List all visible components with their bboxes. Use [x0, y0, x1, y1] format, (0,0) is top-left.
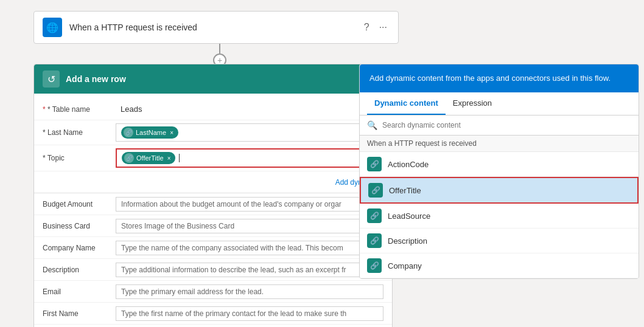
- last-name-token: 🔗 LastName ×: [121, 126, 178, 139]
- budget-amount-row: Budget Amount Information about the budg…: [34, 193, 392, 215]
- dynamic-item-label-1: OfferTitle: [389, 186, 421, 195]
- card-header: ↺ Add a new row: [34, 64, 392, 94]
- dynamic-item[interactable]: 🔗 OfferTitle: [360, 177, 639, 204]
- dynamic-item[interactable]: 🔗 Company: [360, 253, 639, 278]
- add-dynamic-row: Add dynamic...: [34, 171, 392, 193]
- company-name-row: Company Name Type the name of the compan…: [34, 237, 392, 259]
- dynamic-item[interactable]: 🔗 Description: [360, 229, 639, 253]
- dynamic-item-icon-1: 🔗: [368, 183, 383, 198]
- table-name-row: * Table name Leads: [34, 98, 392, 120]
- tab-expression[interactable]: Expression: [446, 92, 499, 115]
- tab-dynamic-content[interactable]: Dynamic content: [367, 92, 446, 115]
- panel-header: Add dynamic content from the apps and co…: [360, 64, 639, 92]
- section-header: When a HTTP request is received: [360, 136, 639, 152]
- dynamic-item-icon-0: 🔗: [367, 157, 382, 171]
- table-name-value: Leads: [116, 102, 383, 116]
- panel-tabs: Dynamic content Expression: [360, 92, 639, 115]
- form-body: * Table name Leads * Last Name 🔗 LastNam…: [34, 94, 392, 327]
- help-icon[interactable]: ?: [362, 19, 372, 35]
- dynamic-item-label-4: Company: [388, 261, 422, 270]
- last-name-token-label: LastName: [136, 129, 166, 136]
- http-card-icon: 🌐: [43, 18, 62, 37]
- search-icon: 🔍: [367, 120, 377, 130]
- topic-token: 🔗 OfferTitle ×: [122, 152, 175, 164]
- search-box: 🔍: [360, 115, 639, 136]
- company-name-value[interactable]: Type the name of the company associated …: [116, 241, 383, 255]
- budget-amount-value[interactable]: Information about the budget amount of t…: [116, 197, 383, 212]
- dynamic-item-icon-3: 🔗: [367, 233, 382, 248]
- dynamic-item-icon-4: 🔗: [367, 258, 382, 273]
- more-options-icon[interactable]: ···: [377, 19, 390, 35]
- dynamic-item-label-0: ActionCode: [388, 160, 429, 169]
- dynamic-item-label-3: Description: [388, 236, 427, 246]
- text-cursor: [179, 154, 180, 162]
- business-card-row: Business Card Stores Image of the Busine…: [34, 215, 392, 237]
- topic-row: * Topic 🔗 OfferTitle ×: [34, 145, 392, 171]
- description-label: Description: [43, 266, 116, 274]
- http-card-actions: ? ···: [362, 19, 390, 35]
- dynamic-items-list: 🔗 ActionCode 🔗 OfferTitle 🔗 LeadSource 🔗…: [360, 152, 639, 278]
- card-header-icon: ↺: [43, 71, 60, 88]
- topic-token-remove[interactable]: ×: [167, 155, 171, 162]
- business-card-value[interactable]: Stores Image of the Business Card: [116, 219, 383, 233]
- dynamic-item[interactable]: 🔗 LeadSource: [360, 204, 639, 229]
- dynamic-item[interactable]: 🔗 ActionCode: [360, 152, 639, 177]
- table-name-label: * Table name: [43, 105, 116, 114]
- dynamic-items-scroll: When a HTTP request is received 🔗 Action…: [360, 136, 639, 278]
- last-name-token-remove[interactable]: ×: [170, 129, 173, 136]
- first-name-label: First Name: [43, 309, 116, 318]
- first-name-value[interactable]: Type the first name of the primary conta…: [116, 306, 383, 321]
- dynamic-item-label-2: LeadSource: [388, 212, 430, 221]
- email-row: Email Type the primary email address for…: [34, 281, 392, 303]
- add-new-row-card: ↺ Add a new row * Table name Leads * Las…: [33, 64, 393, 327]
- dynamic-item-icon-2: 🔗: [367, 208, 382, 223]
- job-title-row: Job Title Type the job title of the prim…: [34, 325, 392, 327]
- card-header-title: Add a new row: [66, 74, 126, 84]
- description-row: Description Type additional information …: [34, 259, 392, 281]
- search-input[interactable]: [382, 121, 631, 129]
- last-name-row: * Last Name 🔗 LastName ×: [34, 120, 392, 145]
- topic-token-icon: 🔗: [124, 153, 134, 163]
- topic-field[interactable]: 🔗 OfferTitle ×: [116, 148, 383, 168]
- first-name-row: First Name Type the first name of the pr…: [34, 303, 392, 325]
- last-name-token-icon: 🔗: [124, 128, 133, 137]
- business-card-label: Business Card: [43, 222, 116, 230]
- http-card-title: When a HTTP request is received: [69, 22, 354, 32]
- http-request-card: 🌐 When a HTTP request is received ? ···: [33, 11, 399, 44]
- last-name-field[interactable]: 🔗 LastName ×: [116, 123, 383, 142]
- budget-amount-label: Budget Amount: [43, 200, 116, 208]
- topic-label: * Topic: [43, 154, 116, 162]
- description-value[interactable]: Type additional information to describe …: [116, 263, 383, 277]
- email-label: Email: [43, 287, 116, 296]
- last-name-label: * Last Name: [43, 128, 116, 137]
- company-name-label: Company Name: [43, 244, 116, 252]
- connector-line-top: [219, 44, 220, 53]
- email-value[interactable]: Type the primary email address for the l…: [116, 284, 383, 299]
- dynamic-content-panel: Add dynamic content from the apps and co…: [359, 64, 639, 279]
- topic-token-label: OfferTitle: [136, 154, 164, 162]
